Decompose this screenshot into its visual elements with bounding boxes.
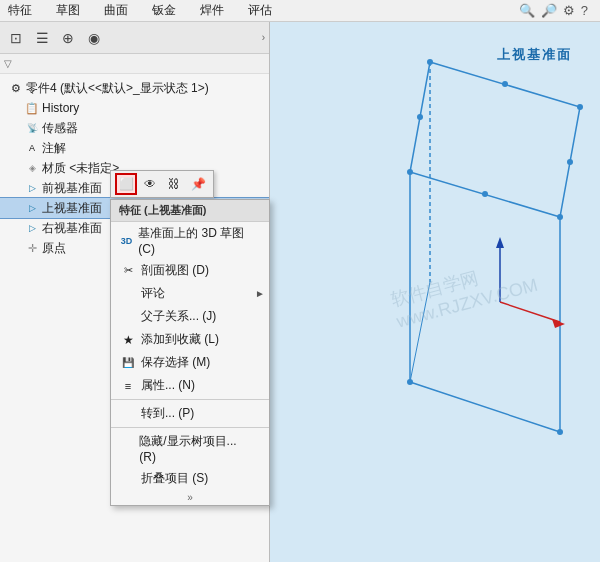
svg-point-13	[567, 159, 573, 165]
filter-row: ▽	[0, 54, 269, 74]
ctx-section-label: 剖面视图 (D)	[141, 262, 209, 279]
svg-point-9	[407, 169, 413, 175]
left-panel: ⊡ ☰ ⊕ ◉ › ▽ ⚙ 零件4 (默认<<默认>_显示状态 1>) 📋 Hi…	[0, 22, 270, 562]
history-icon: 📋	[24, 100, 40, 116]
ctx-add-favorite[interactable]: ★ 添加到收藏 (L)	[111, 328, 269, 351]
menu-weld[interactable]: 焊件	[196, 0, 228, 21]
tree-item-sensor[interactable]: 📡 传感器	[0, 118, 269, 138]
ctx-section-view[interactable]: ✂ 剖面视图 (D)	[111, 259, 269, 282]
toolbar-btn-sketch[interactable]: ⊡	[4, 26, 28, 50]
svg-line-3	[410, 382, 560, 432]
svg-point-11	[557, 429, 563, 435]
question-icon[interactable]: ?	[581, 3, 588, 18]
tree-root-label: 零件4 (默认<<默认>_显示状态 1>)	[26, 80, 209, 97]
ctx-save-select[interactable]: 💾 保存选择 (M)	[111, 351, 269, 374]
menu-surface[interactable]: 曲面	[100, 0, 132, 21]
toolbar-btn-color[interactable]: ◉	[82, 26, 106, 50]
toolbar-row: ⊡ ☰ ⊕ ◉ ›	[0, 22, 269, 54]
ctx-goto[interactable]: 转到... (P)	[111, 402, 269, 425]
svg-point-8	[557, 214, 563, 220]
mini-btn-eye[interactable]: 👁	[139, 173, 161, 195]
mini-btn-sketch[interactable]: ⬜	[115, 173, 137, 195]
menu-bar: 特征 草图 曲面 钣金 焊件 评估 🔍 🔎 ⚙ ?	[0, 0, 600, 22]
svg-line-18	[500, 302, 560, 322]
top-view-label: 上视基准面	[42, 200, 102, 217]
main-layout: ⊡ ☰ ⊕ ◉ › ▽ ⚙ 零件4 (默认<<默认>_显示状态 1>) 📋 Hi…	[0, 22, 600, 562]
svg-point-7	[577, 104, 583, 110]
front-view-label: 前视基准面	[42, 180, 102, 197]
svg-point-6	[427, 59, 433, 65]
svg-point-10	[407, 379, 413, 385]
ctx-fav-label: 添加到收藏 (L)	[141, 331, 219, 348]
viewport-label: 上视基准面	[497, 46, 572, 64]
svg-point-14	[482, 191, 488, 197]
ctx-parent-icon	[119, 309, 137, 325]
ctx-parent-child[interactable]: 父子关系... (J)	[111, 305, 269, 328]
origin-icon: ✛	[24, 240, 40, 256]
settings-icon[interactable]: ⚙	[563, 3, 575, 18]
viewport: 上视基准面 软件自学网www.RJZXV.COM	[270, 22, 600, 562]
toolbar-expand[interactable]: ›	[262, 32, 265, 43]
mini-btn-pin[interactable]: 📌	[187, 173, 209, 195]
ctx-prop-label: 属性... (N)	[141, 377, 195, 394]
ctx-section-icon: ✂	[119, 263, 137, 279]
context-menu: 特征 (上视基准面) 3D 基准面上的 3D 草图 (C) ✂ 剖面视图 (D)…	[110, 199, 270, 506]
svg-line-5	[410, 282, 430, 382]
ctx-comment-label: 评论	[141, 285, 165, 302]
ctx-collapse-icon	[119, 471, 137, 487]
ctx-collapse-label: 折叠项目 (S)	[141, 470, 208, 487]
ctx-save-icon: 💾	[119, 355, 137, 371]
origin-label: 原点	[42, 240, 66, 257]
menu-evaluate[interactable]: 评估	[244, 0, 276, 21]
ctx-properties[interactable]: ≡ 属性... (N)	[111, 374, 269, 397]
tree-root[interactable]: ⚙ 零件4 (默认<<默认>_显示状态 1>)	[0, 78, 269, 98]
menu-sheetmetal[interactable]: 钣金	[148, 0, 180, 21]
annotation-icon: A	[24, 140, 40, 156]
ctx-more[interactable]: »	[111, 490, 269, 505]
ctx-header: 特征 (上视基准面)	[111, 200, 269, 222]
svg-point-15	[417, 114, 423, 120]
annotation-label: 注解	[42, 140, 66, 157]
viewport-svg	[270, 22, 600, 562]
ctx-collapse[interactable]: 折叠项目 (S)	[111, 467, 269, 490]
tree-item-annotation[interactable]: A 注解	[0, 138, 269, 158]
root-icon: ⚙	[8, 80, 24, 96]
ctx-goto-icon	[119, 406, 137, 422]
filter-icon: ▽	[4, 58, 12, 69]
ctx-3d-label: 基准面上的 3D 草图 (C)	[138, 225, 245, 256]
ctx-hide-label: 隐藏/显示树项目... (R)	[139, 433, 245, 464]
ctx-parent-label: 父子关系... (J)	[141, 308, 216, 325]
toolbar-btn-list[interactable]: ☰	[30, 26, 54, 50]
context-menu-overlay: ⬜ 👁 ⛓ 📌 特征 (上视基准面) 3D 基准面上的 3D 草图 (C) ✂ …	[110, 170, 270, 506]
menu-features[interactable]: 特征	[4, 0, 36, 21]
menu-sketch[interactable]: 草图	[52, 0, 84, 21]
ctx-sep2	[111, 427, 269, 428]
material-label: 材质 <未指定>	[42, 160, 119, 177]
ctx-goto-label: 转到... (P)	[141, 405, 194, 422]
ctx-comment-arrow: ►	[255, 288, 265, 299]
svg-marker-0	[410, 62, 580, 217]
toolbar-btn-target[interactable]: ⊕	[56, 26, 80, 50]
tree-item-history[interactable]: 📋 History	[0, 98, 269, 118]
ctx-sep1	[111, 399, 269, 400]
ctx-save-label: 保存选择 (M)	[141, 354, 210, 371]
top-view-icon: ▷	[24, 200, 40, 216]
right-view-icon: ▷	[24, 220, 40, 236]
mini-btn-link[interactable]: ⛓	[163, 173, 185, 195]
mini-toolbar: ⬜ 👁 ⛓ 📌	[110, 170, 214, 198]
ctx-hide-show[interactable]: 隐藏/显示树项目... (R)	[111, 430, 269, 467]
svg-marker-19	[552, 319, 565, 328]
zoom-icon[interactable]: 🔎	[541, 3, 557, 18]
material-icon: ◈	[24, 160, 40, 176]
right-view-label: 右视基准面	[42, 220, 102, 237]
ctx-3d-sketch[interactable]: 3D 基准面上的 3D 草图 (C)	[111, 222, 269, 259]
front-view-icon: ▷	[24, 180, 40, 196]
sensor-label: 传感器	[42, 120, 78, 137]
ctx-comment[interactable]: 评论 ►	[111, 282, 269, 305]
svg-point-12	[502, 81, 508, 87]
history-label: History	[42, 101, 79, 115]
ctx-hide-icon	[119, 441, 135, 457]
ctx-fav-icon: ★	[119, 332, 137, 348]
ctx-comment-icon	[119, 286, 137, 302]
search-icon[interactable]: 🔍	[519, 3, 535, 18]
